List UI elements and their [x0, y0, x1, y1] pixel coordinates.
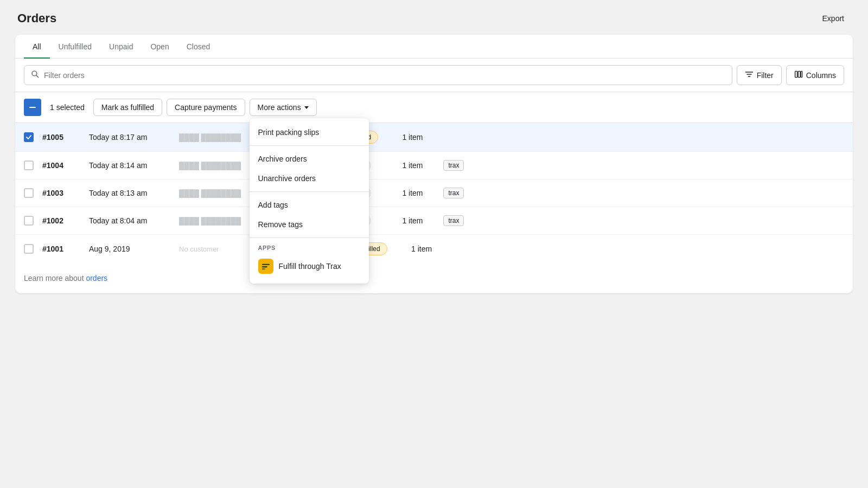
search-input[interactable]: [44, 71, 725, 80]
print-label: Print packing slips: [258, 128, 320, 137]
order-id-1002[interactable]: #1002: [42, 216, 80, 225]
row-checkbox-1005[interactable]: [24, 132, 34, 142]
capture-payments-button[interactable]: Capture payments: [167, 99, 245, 116]
row-checkbox-1003[interactable]: [24, 188, 34, 198]
apps-section-label: APPS: [250, 241, 369, 253]
chevron-down-icon: [304, 106, 309, 109]
order-id-1004[interactable]: #1004: [42, 161, 80, 170]
unarchive-label: Unarchive orders: [258, 174, 316, 183]
order-date-1001: Aug 9, 2019: [89, 245, 170, 253]
more-actions-dropdown: Print packing slips Archive orders Unarc…: [250, 118, 369, 284]
filter-icon: [745, 70, 754, 80]
tab-all[interactable]: All: [24, 35, 50, 59]
dropdown-item-unarchive[interactable]: Unarchive orders: [250, 169, 369, 188]
right-buttons: Filter Columns: [737, 65, 844, 85]
more-actions-label: More actions: [258, 103, 301, 112]
table-row: #1003 Today at 8:13 am ████ ████████ Pay…: [15, 179, 853, 207]
dropdown-item-print[interactable]: Print packing slips: [250, 123, 369, 142]
orders-link[interactable]: orders: [86, 274, 107, 282]
table-row: #1002 Today at 8:04 am ████ ████████ Pay…: [15, 207, 853, 235]
tab-unfulfilled[interactable]: Unfulfilled: [50, 35, 100, 59]
svg-rect-11: [261, 264, 269, 265]
row-checkbox-1001[interactable]: [24, 244, 34, 254]
action-bar: 1 selected Mark as fulfilled Capture pay…: [15, 92, 853, 123]
dropdown-item-add-tags[interactable]: Add tags: [250, 195, 369, 215]
filter-label: Filter: [757, 71, 774, 80]
svg-rect-12: [261, 266, 267, 267]
tab-closed[interactable]: Closed: [178, 35, 219, 59]
page-wrapper: Orders Export All Unfulfilled Unpaid Ope…: [0, 0, 868, 293]
svg-rect-5: [795, 71, 797, 77]
select-all-checkbox[interactable]: [24, 99, 41, 116]
order-items-1004: 1 item: [402, 161, 435, 170]
order-customer-1001: No customer: [179, 245, 250, 253]
order-date-1003: Today at 8:13 am: [89, 189, 170, 197]
order-id-1005[interactable]: #1005: [42, 133, 80, 142]
dropdown-divider-3: [250, 237, 369, 238]
tabs-bar: All Unfulfilled Unpaid Open Closed: [15, 35, 853, 59]
archive-label: Archive orders: [258, 155, 307, 163]
row-checkbox-1002[interactable]: [24, 216, 34, 226]
svg-rect-13: [261, 268, 265, 269]
dropdown-item-remove-tags[interactable]: Remove tags: [250, 215, 369, 234]
trax-icon: [258, 259, 273, 274]
export-button[interactable]: Export: [816, 11, 851, 26]
order-tag-1004: trax: [443, 160, 464, 171]
selected-count: 1: [50, 103, 54, 112]
more-actions-button[interactable]: More actions: [250, 99, 317, 116]
dropdown-divider-2: [250, 191, 369, 192]
table-row: #1001 Aug 9, 2019 No customer Unfulfille…: [15, 235, 853, 263]
table-row: #1005 Today at 8:17 am ████ ████████ Pay…: [15, 123, 853, 152]
search-row-inner: Filter Columns: [24, 65, 844, 85]
remove-tags-label: Remove tags: [258, 220, 303, 229]
order-tag-1002: trax: [443, 215, 464, 226]
svg-rect-6: [798, 71, 800, 77]
footer-text-before: Learn more about: [24, 274, 86, 282]
order-date-1005: Today at 8:17 am: [89, 133, 170, 142]
dropdown-divider-1: [250, 145, 369, 146]
svg-rect-7: [801, 71, 802, 77]
order-date-1004: Today at 8:14 am: [89, 161, 170, 170]
order-id-1003[interactable]: #1003: [42, 189, 80, 197]
order-id-1001[interactable]: #1001: [42, 245, 80, 253]
filter-button[interactable]: Filter: [737, 65, 782, 85]
selected-text: selected: [56, 103, 85, 112]
orders-table: #1005 Today at 8:17 am ████ ████████ Pay…: [15, 123, 853, 263]
footer-text: Learn more about orders: [15, 263, 853, 293]
columns-button[interactable]: Columns: [786, 65, 844, 85]
search-icon: [31, 70, 40, 80]
order-date-1002: Today at 8:04 am: [89, 216, 170, 225]
selected-label: 1 selected: [46, 103, 89, 112]
row-checkbox-1004[interactable]: [24, 160, 34, 170]
tab-unpaid[interactable]: Unpaid: [100, 35, 142, 59]
table-row: #1004 Today at 8:14 am ████ ████████ Pay…: [15, 152, 853, 179]
trax-label: Fulfill through Trax: [279, 262, 341, 271]
order-items-1001: 1 item: [411, 245, 444, 253]
order-customer-1003: ████ ████████: [179, 189, 250, 197]
order-items-1005: 1 item: [402, 133, 435, 142]
columns-icon: [794, 70, 803, 80]
order-items-1002: 1 item: [402, 216, 435, 225]
mark-fulfilled-button[interactable]: Mark as fulfilled: [93, 99, 162, 116]
dropdown-item-trax[interactable]: Fulfill through Trax: [250, 253, 369, 279]
page-title: Orders: [17, 11, 56, 25]
dropdown-item-archive[interactable]: Archive orders: [250, 149, 369, 169]
order-tag-1003: trax: [443, 188, 464, 198]
order-customer-1005: ████ ████████: [179, 133, 250, 142]
order-customer-1002: ████ ████████: [179, 217, 250, 225]
order-customer-1004: ████ ████████: [179, 162, 250, 170]
more-actions-container: More actions Print packing slips Archive…: [250, 99, 317, 116]
order-items-1003: 1 item: [402, 189, 435, 197]
search-row: Filter Columns: [15, 59, 853, 92]
main-card: All Unfulfilled Unpaid Open Closed: [15, 35, 853, 293]
svg-line-1: [36, 75, 39, 78]
tab-open[interactable]: Open: [142, 35, 177, 59]
columns-label: Columns: [806, 71, 836, 80]
add-tags-label: Add tags: [258, 201, 288, 209]
search-wrap: [24, 65, 732, 85]
search-input-box: [24, 65, 732, 85]
page-header: Orders Export: [0, 0, 868, 35]
